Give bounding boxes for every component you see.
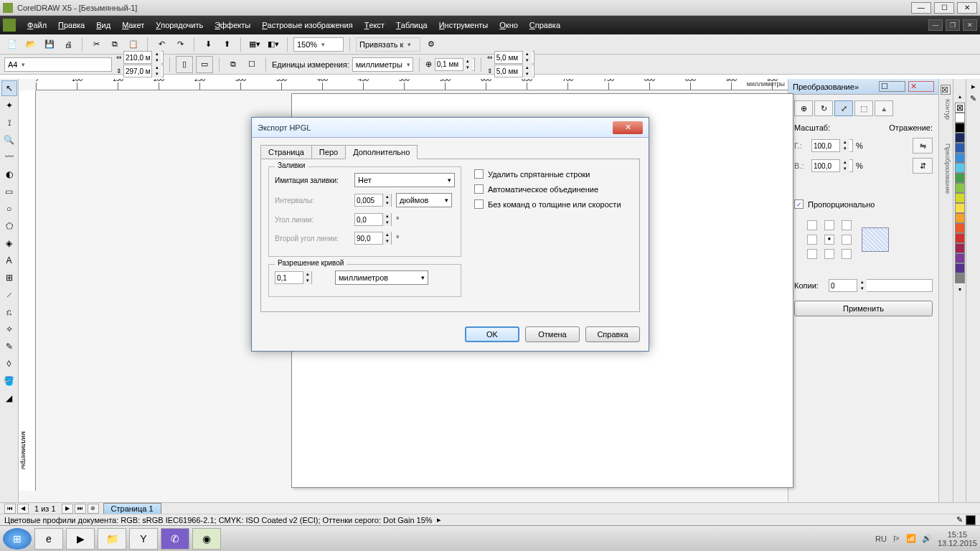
current-page-button[interactable]: ☐ <box>244 57 260 72</box>
help-button[interactable]: Справка <box>585 326 640 342</box>
interactive-fill-tool[interactable]: ◢ <box>1 390 17 406</box>
scale-tab-button[interactable]: ⤢ <box>834 100 853 116</box>
scale-v-input[interactable]: ▴▾ <box>811 159 853 172</box>
snap-combo[interactable]: Привязать к <box>356 37 420 52</box>
color-swatch[interactable] <box>955 233 965 243</box>
color-swatch[interactable] <box>955 203 965 213</box>
portrait-button[interactable]: ▯ <box>176 56 193 73</box>
fill-tool[interactable]: 🪣 <box>1 373 17 389</box>
anchor-grid[interactable] <box>807 220 854 259</box>
task-ie[interactable]: e <box>34 528 63 550</box>
color-swatch[interactable] <box>955 113 965 123</box>
menu-таблица[interactable]: Таблица <box>390 21 433 29</box>
arrow-icon[interactable]: ▸ <box>971 82 976 91</box>
table-tool[interactable]: ⊞ <box>1 270 17 286</box>
undo-button[interactable]: ↶ <box>154 37 169 52</box>
connector-tool[interactable]: ⎌ <box>1 304 17 320</box>
color-swatch[interactable] <box>955 223 965 233</box>
start-button[interactable]: ⊞ <box>3 528 32 550</box>
mdi-minimize-button[interactable]: — <box>928 19 943 31</box>
tab-page[interactable]: Страница <box>260 145 312 159</box>
last-page-button[interactable]: ⏭ <box>75 504 86 514</box>
copies-input[interactable]: ▴▾ <box>829 279 933 292</box>
copy-button[interactable]: ⧉ <box>107 37 123 52</box>
menu-макет[interactable]: Макет <box>116 21 150 29</box>
tray-volume-icon[interactable]: 🔊 <box>922 534 932 543</box>
menu-правка[interactable]: Правка <box>52 21 90 29</box>
rotate-tab-button[interactable]: ↻ <box>814 100 833 116</box>
menu-текст[interactable]: Текст <box>359 21 390 29</box>
outline-indicator-icon[interactable]: ✎ <box>956 515 963 524</box>
rectangle-tool[interactable]: ▭ <box>1 184 17 199</box>
color-swatch[interactable] <box>955 193 965 203</box>
task-media[interactable]: ▶ <box>66 528 95 550</box>
redo-button[interactable]: ↷ <box>172 37 188 52</box>
dialog-titlebar[interactable]: Экспорт HPGL ✕ <box>252 118 649 138</box>
color-swatch[interactable] <box>955 273 965 283</box>
eyedropper-icon[interactable]: ✎ <box>970 94 976 103</box>
position-tab-button[interactable]: ⊕ <box>794 100 813 116</box>
welcome-button[interactable]: ◧▾ <box>265 37 281 52</box>
menu-растровые изображения[interactable]: Растровые изображения <box>256 21 359 29</box>
menu-упорядочить[interactable]: Упорядочить <box>150 21 209 29</box>
zoom-combo[interactable]: 150% <box>293 37 344 52</box>
menu-окно[interactable]: Окно <box>494 21 524 29</box>
duplicate-y-input[interactable]: ▴▾ <box>494 65 534 77</box>
docker-title[interactable]: Преобразование » ☐ ✕ <box>788 79 938 95</box>
color-swatch[interactable] <box>955 123 965 133</box>
remove-hidden-checkbox[interactable] <box>474 169 484 179</box>
pick-tool[interactable]: ↖ <box>1 80 17 96</box>
shape-tool[interactable]: ✦ <box>1 98 17 113</box>
basic-shapes-tool[interactable]: ◈ <box>1 235 17 251</box>
mirror-h-button[interactable]: ⇋ <box>913 138 933 154</box>
close-docker-icon[interactable]: ✕ <box>908 81 934 92</box>
menu-файл[interactable]: Файл <box>22 21 52 29</box>
freehand-tool[interactable]: 〰 <box>1 149 17 165</box>
collapse-icon[interactable]: » <box>854 83 876 91</box>
skew-tab-button[interactable]: ⟁ <box>875 100 893 116</box>
menu-эффекты[interactable]: Эффекты <box>209 21 256 29</box>
color-swatch[interactable] <box>955 133 965 143</box>
menu-справка[interactable]: Справка <box>524 21 566 29</box>
page-tab[interactable]: Страница 1 <box>103 503 161 514</box>
paste-button[interactable]: 📋 <box>126 37 141 52</box>
tab-outline[interactable]: Контур <box>944 99 951 120</box>
proportional-checkbox[interactable]: ✓ <box>794 199 804 209</box>
angle2-input[interactable]: ▴▾ <box>354 232 392 245</box>
apply-button[interactable]: Применить <box>794 301 933 316</box>
add-page-button[interactable]: ⊕ <box>88 504 99 514</box>
prev-page-button[interactable]: ◀ <box>17 504 29 514</box>
page-height-input[interactable]: ▴▾ <box>123 65 164 77</box>
curve-unit-select[interactable]: миллиметров <box>335 270 428 285</box>
options-button[interactable]: ⚙ <box>423 37 439 52</box>
curve-res-input[interactable]: ▴▾ <box>275 271 312 284</box>
zoom-tool[interactable]: 🔍 <box>1 132 17 148</box>
tray-flag-icon[interactable]: 🏳 <box>892 534 900 543</box>
no-color-swatch[interactable]: ⊠ <box>955 103 965 113</box>
outline-tool[interactable]: ◊ <box>1 356 17 372</box>
color-swatch[interactable] <box>955 183 965 193</box>
vertical-ruler[interactable]: миллиметры <box>19 90 36 491</box>
outline-color-indicator[interactable] <box>966 515 976 525</box>
color-swatch[interactable] <box>955 213 965 223</box>
new-button[interactable]: 📄 <box>4 37 20 52</box>
cut-button[interactable]: ✂ <box>88 37 104 52</box>
color-swatch[interactable] <box>955 263 965 273</box>
dialog-close-button[interactable]: ✕ <box>613 121 643 134</box>
color-swatch[interactable] <box>955 143 965 153</box>
color-swatch[interactable] <box>955 163 965 173</box>
landscape-button[interactable]: ▭ <box>196 56 213 73</box>
import-button[interactable]: ⬇ <box>200 37 216 52</box>
close-button[interactable]: ✕ <box>957 2 977 14</box>
smart-fill-tool[interactable]: ◐ <box>1 166 17 182</box>
tray-network-icon[interactable]: 📶 <box>906 534 916 543</box>
horizontal-ruler[interactable]: 5010015020025030035040045050055060065070… <box>36 79 788 90</box>
undock-icon[interactable]: ☐ <box>879 81 905 92</box>
color-swatch[interactable] <box>955 173 965 183</box>
task-viber[interactable]: ✆ <box>161 528 189 550</box>
next-page-button[interactable]: ▶ <box>62 504 73 514</box>
ellipse-tool[interactable]: ○ <box>1 201 17 217</box>
minimize-button[interactable]: — <box>911 2 931 14</box>
tray-clock[interactable]: 15:15 13.12.2015 <box>938 530 977 547</box>
color-swatch[interactable] <box>955 153 965 163</box>
